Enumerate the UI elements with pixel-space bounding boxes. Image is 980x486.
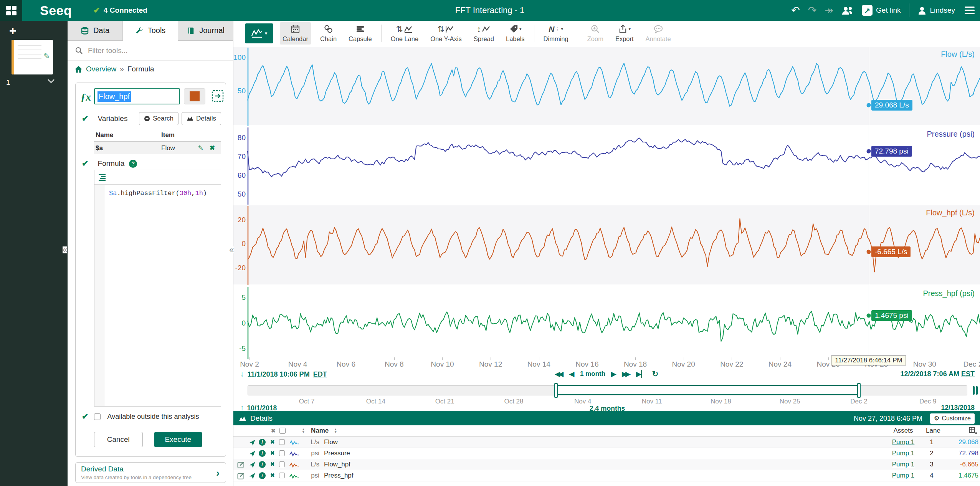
- users-icon[interactable]: [841, 6, 854, 15]
- customize-button[interactable]: ⚙ Customize: [930, 413, 975, 424]
- send-icon[interactable]: [249, 473, 256, 479]
- info-icon[interactable]: i: [259, 472, 266, 479]
- filter-tools-input[interactable]: [88, 46, 225, 55]
- tab-data[interactable]: Data: [68, 21, 123, 40]
- hamburger-menu-icon[interactable]: [963, 5, 976, 16]
- send-icon[interactable]: [249, 450, 256, 457]
- breadcrumb-overview[interactable]: Overview: [86, 65, 116, 73]
- timezone-link[interactable]: EDT: [313, 370, 327, 379]
- collapsed-range-handle[interactable]: [973, 386, 978, 395]
- home-grid-button[interactable]: [0, 0, 22, 21]
- row-asset-link[interactable]: Pump 1: [888, 438, 919, 446]
- remove-variable-icon[interactable]: ✖: [210, 144, 215, 152]
- range-end-handle[interactable]: [857, 383, 861, 398]
- refresh-icon[interactable]: ↻: [652, 369, 658, 379]
- details-table-row[interactable]: i ✖ psi Press_hpf Pump 1 4 1.4675: [233, 470, 980, 481]
- add-worksheet-button[interactable]: +: [9, 24, 17, 38]
- toolbar-dimming-button[interactable]: N⋮▾ Dimming: [541, 22, 571, 45]
- step-forward-button[interactable]: ▶: [611, 370, 616, 378]
- info-icon[interactable]: i: [259, 439, 266, 446]
- details-table-row[interactable]: i ✖ psi Pressure Pump 1 2 72.798: [233, 448, 980, 459]
- timezone-link[interactable]: EST: [961, 370, 975, 378]
- user-menu[interactable]: Lindsey: [917, 6, 955, 15]
- display-range-start[interactable]: ↓ 11/1/2018 10:06 PM EDT: [240, 370, 327, 379]
- row-asset-link[interactable]: Pump 1: [888, 450, 919, 457]
- toolbar-chain-button[interactable]: Chain: [317, 22, 339, 45]
- display-range-end[interactable]: 12/2/2018 7:06 AM EST: [901, 370, 975, 378]
- redo-icon[interactable]: ↷: [808, 5, 817, 16]
- remove-icon[interactable]: ✖: [270, 472, 275, 478]
- details-table-row[interactable]: i ✖ L/s Flow Pump 1 1 29.068: [233, 437, 980, 448]
- formula-name-input[interactable]: Flow_hpf: [94, 88, 180, 104]
- step-back-fast-button[interactable]: ◀◀: [555, 370, 562, 378]
- step-back-button[interactable]: ◀: [569, 370, 574, 378]
- available-checkbox[interactable]: [94, 413, 101, 420]
- row-checkbox[interactable]: [279, 473, 285, 478]
- edit-square-icon[interactable]: [237, 472, 245, 479]
- toolbar-calendar-button[interactable]: Calendar: [280, 22, 311, 45]
- variable-search-button[interactable]: Search: [139, 112, 178, 125]
- sort-icon[interactable]: ▲▼: [302, 428, 305, 433]
- name-column-header[interactable]: Name: [311, 427, 329, 435]
- formula-code[interactable]: $a.highPassFilter(30h,1h): [109, 190, 207, 197]
- formula-editor[interactable]: $a.highPassFilter(30h,1h): [94, 170, 221, 407]
- get-link-button[interactable]: ↗ Get link: [862, 5, 901, 16]
- open-in-new-icon[interactable]: [212, 90, 224, 102]
- row-checkbox[interactable]: [279, 450, 285, 456]
- range-start-handle[interactable]: [554, 383, 558, 398]
- execute-button[interactable]: Execute: [154, 432, 202, 447]
- info-icon[interactable]: i: [259, 461, 266, 468]
- series-Press_hpf[interactable]: [248, 286, 980, 360]
- color-picker-button[interactable]: [184, 88, 205, 104]
- info-icon[interactable]: i: [259, 450, 266, 457]
- toolbar-one-y-axis-button[interactable]: ⇅ One Y-Axis: [428, 22, 464, 45]
- send-icon[interactable]: [249, 439, 256, 446]
- range-duration-label[interactable]: 1 month: [580, 370, 605, 378]
- collapse-sidebar-handle[interactable]: «: [63, 246, 67, 253]
- forward-icon[interactable]: ↠: [825, 5, 833, 16]
- send-icon[interactable]: [249, 461, 256, 468]
- series-Flow[interactable]: [248, 47, 980, 127]
- select-all-checkbox[interactable]: [279, 428, 286, 434]
- toolbar-export-button[interactable]: ▾ Export: [613, 22, 636, 45]
- edit-square-icon[interactable]: [237, 461, 245, 468]
- chevron-down-icon[interactable]: [48, 79, 55, 83]
- row-asset-link[interactable]: Pump 1: [888, 461, 919, 468]
- row-checkbox[interactable]: [279, 439, 285, 445]
- home-icon[interactable]: [74, 66, 83, 73]
- collapse-tools-handle[interactable]: «: [229, 246, 234, 253]
- remove-all-icon[interactable]: ✖: [271, 428, 276, 434]
- selected-range[interactable]: [556, 385, 859, 395]
- details-table-row[interactable]: i ✖ L/s Flow_hpf Pump 1 3 -6.665: [233, 459, 980, 470]
- worksheet-thumbnail[interactable]: ✎: [12, 40, 53, 74]
- assets-column-header[interactable]: Assets: [888, 427, 919, 435]
- remove-icon[interactable]: ✖: [270, 461, 275, 467]
- toolbar-annotate-button[interactable]: Annotate: [643, 22, 674, 45]
- row-checkbox[interactable]: [279, 461, 285, 467]
- toolbar-one-lane-button[interactable]: ⇅ One Lane: [388, 22, 421, 45]
- toolbar-spread-button[interactable]: ↕ Spread: [471, 22, 497, 45]
- investigate-range-slider[interactable]: [248, 385, 967, 395]
- undo-icon[interactable]: ↶: [791, 5, 800, 16]
- format-lines-icon[interactable]: [98, 173, 106, 182]
- view-selector-button[interactable]: ▾: [245, 23, 273, 43]
- help-icon[interactable]: ?: [129, 160, 137, 168]
- toolbar-capsule-button[interactable]: Capsule: [346, 22, 375, 45]
- edit-pencil-icon[interactable]: ✎: [198, 144, 203, 152]
- derived-data-card[interactable]: Derived Data View data created by tools …: [75, 462, 226, 483]
- connection-status[interactable]: ✔ 4 Connected: [93, 6, 147, 15]
- row-asset-link[interactable]: Pump 1: [888, 472, 919, 479]
- step-to-end-button[interactable]: ▶▏: [636, 370, 646, 378]
- add-column-icon[interactable]: [969, 427, 977, 435]
- toolbar-zoom-button[interactable]: Zoom: [585, 22, 606, 45]
- remove-icon[interactable]: ✖: [270, 439, 275, 445]
- sort-icon[interactable]: ▲▼: [334, 428, 337, 433]
- variable-details-button[interactable]: Details: [182, 112, 221, 125]
- cancel-button[interactable]: Cancel: [94, 432, 143, 447]
- tab-tools[interactable]: Tools: [123, 21, 178, 41]
- remove-icon[interactable]: ✖: [270, 450, 275, 456]
- series-Flow_hpf[interactable]: [248, 205, 980, 286]
- step-forward-fast-button[interactable]: ▶▶: [622, 370, 629, 378]
- tab-journal[interactable]: Journal: [178, 21, 233, 40]
- toolbar-labels-button[interactable]: ▾ Labels: [503, 22, 527, 45]
